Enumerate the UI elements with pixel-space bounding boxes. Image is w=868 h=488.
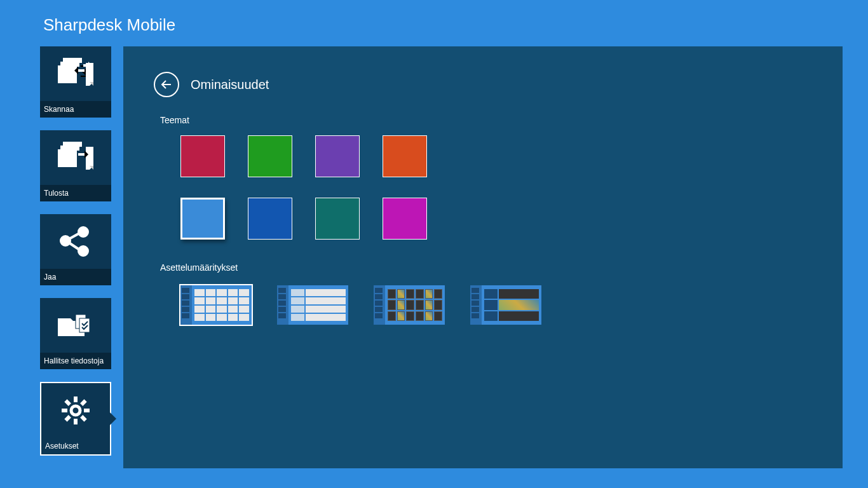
sidebar-item-label: Tulosta — [40, 185, 111, 201]
themes-label: Teemat — [160, 115, 812, 125]
main-panel: Ominaisuudet Teemat Asettelumääritykset — [123, 46, 843, 468]
theme-swatch[interactable] — [180, 135, 225, 177]
gear-icon — [41, 383, 110, 438]
theme-swatch[interactable] — [248, 198, 292, 240]
theme-swatch[interactable] — [248, 135, 292, 177]
arrow-left-icon — [160, 78, 173, 91]
svg-point-14 — [79, 227, 88, 236]
page-title: Ominaisuudet — [191, 78, 269, 92]
svg-rect-7 — [58, 149, 77, 167]
svg-rect-0 — [58, 65, 77, 83]
sidebar-item-manage-files[interactable]: Hallitse tiedostoja — [40, 298, 111, 369]
theme-swatch[interactable] — [315, 198, 360, 240]
svg-rect-25 — [80, 399, 87, 406]
theme-swatch[interactable] — [383, 135, 427, 177]
svg-line-17 — [68, 242, 79, 250]
theme-swatch[interactable] — [315, 135, 360, 177]
theme-swatch[interactable] — [180, 198, 225, 240]
layout-preset[interactable] — [277, 285, 348, 325]
svg-rect-22 — [74, 419, 78, 424]
folder-files-icon — [40, 298, 111, 353]
app-layout: Skannaa Tulosta Jaa Hallitse tiedostoja — [0, 46, 868, 468]
back-button[interactable] — [154, 72, 179, 97]
layout-preset[interactable] — [374, 285, 445, 325]
sidebar-item-settings[interactable]: Asetukset — [40, 382, 111, 456]
svg-rect-28 — [80, 415, 87, 422]
sidebar-item-label: Asetukset — [41, 438, 110, 454]
layouts-label: Asettelumääritykset — [160, 262, 812, 273]
layout-preset[interactable] — [470, 285, 541, 325]
svg-rect-21 — [74, 396, 78, 402]
svg-rect-9 — [63, 142, 82, 147]
svg-line-16 — [68, 233, 79, 240]
layout-preset[interactable] — [180, 285, 252, 325]
sidebar-item-scan[interactable]: Skannaa — [40, 46, 111, 118]
svg-point-20 — [71, 406, 80, 415]
sidebar-item-label: Jaa — [40, 269, 111, 285]
print-icon — [40, 130, 111, 185]
sidebar-item-share[interactable]: Jaa — [40, 214, 111, 285]
sidebar: Skannaa Tulosta Jaa Hallitse tiedostoja — [0, 46, 114, 468]
share-icon — [40, 214, 111, 269]
svg-rect-11 — [78, 153, 85, 156]
svg-rect-27 — [64, 399, 71, 406]
svg-rect-5 — [78, 69, 85, 72]
app-title: Sharpdesk Mobile — [0, 0, 868, 35]
sidebar-item-label: Hallitse tiedostoja — [40, 353, 111, 369]
theme-swatch-grid — [180, 135, 812, 240]
sidebar-item-print[interactable]: Tulosta — [40, 130, 111, 201]
svg-rect-26 — [64, 415, 71, 422]
page-header: Ominaisuudet — [154, 72, 812, 97]
theme-swatch[interactable] — [383, 198, 427, 240]
svg-point-15 — [79, 247, 88, 255]
svg-rect-23 — [62, 409, 67, 412]
scan-icon — [40, 46, 111, 101]
layout-preset-grid — [180, 285, 812, 325]
svg-rect-2 — [63, 58, 82, 63]
sidebar-item-label: Skannaa — [40, 101, 111, 118]
svg-rect-24 — [84, 409, 90, 412]
